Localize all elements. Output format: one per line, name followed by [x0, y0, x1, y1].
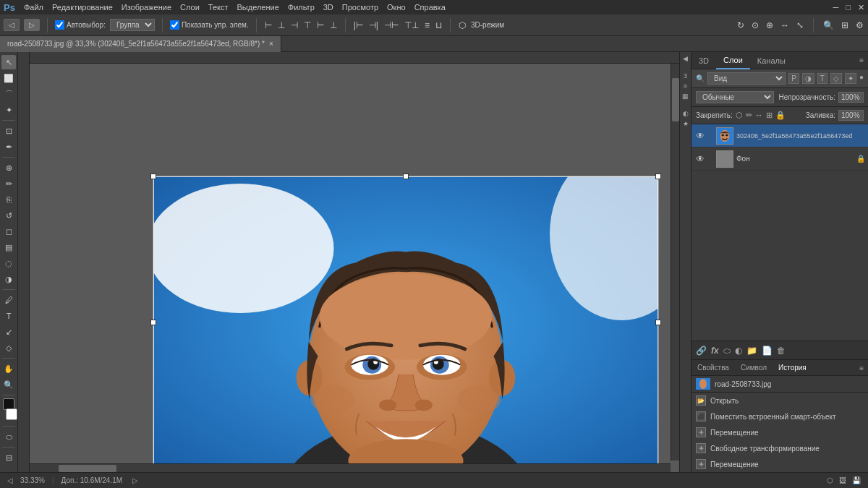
opacity-input[interactable]	[838, 92, 864, 103]
history-brush-tool[interactable]: ↺	[1, 208, 16, 223]
slide-3d-icon[interactable]: ↔	[780, 20, 790, 31]
distribute-top-icon[interactable]: ⊤⊥	[404, 20, 420, 31]
handle-top-right[interactable]	[655, 174, 661, 179]
rotate-3d-icon[interactable]: ↻	[736, 20, 745, 31]
zoom-tool[interactable]: 🔍	[1, 377, 16, 392]
filter-shape-icon[interactable]: ◇	[830, 73, 842, 84]
clone-tool[interactable]: ⎘	[1, 192, 16, 207]
maximize-btn[interactable]: □	[846, 3, 851, 12]
handle-top-left[interactable]	[150, 174, 156, 179]
handle-top-mid[interactable]	[403, 174, 409, 179]
close-btn[interactable]: ✕	[858, 3, 864, 12]
lock-position-icon[interactable]: ↔	[755, 111, 763, 120]
dodge-tool[interactable]: ◑	[1, 272, 16, 286]
delete-layer-icon[interactable]: 🗑	[777, 346, 786, 356]
add-mask-icon[interactable]: ⬭	[723, 346, 731, 356]
group-select[interactable]: Группа	[110, 19, 155, 31]
adjustments-icon[interactable]: ◐	[683, 110, 689, 117]
search-icon[interactable]: 🔍	[822, 20, 835, 31]
crop-tool[interactable]: ⊡	[1, 124, 16, 138]
v-scrollbar[interactable]	[671, 64, 679, 461]
folder-icon[interactable]: 📁	[746, 346, 757, 356]
handle-mid-left[interactable]	[150, 320, 156, 325]
minimize-btn[interactable]: ─	[833, 3, 839, 12]
layer-eye-smart[interactable]: 👁	[694, 130, 706, 142]
menu-3d[interactable]: 3D	[323, 3, 333, 12]
menu-select[interactable]: Выделение	[237, 3, 279, 12]
filter-toggle[interactable]: ●	[859, 73, 864, 84]
v-scroll-thumb[interactable]	[672, 78, 679, 121]
align-left-icon[interactable]: ⊢	[264, 20, 273, 31]
layer-filter-select[interactable]: Вид	[707, 72, 786, 85]
scale-3d-icon[interactable]: ⤡	[796, 20, 804, 31]
bottom-icon-1[interactable]: ⬡	[827, 476, 833, 484]
document-tab[interactable]: road-2508733.jpg @ 33,3% (302406_5e2f1a5…	[0, 36, 281, 52]
lock-transparent-icon[interactable]: ⬡	[736, 111, 743, 120]
brush-tool[interactable]: ✏	[1, 176, 16, 191]
move-tool[interactable]: ↖	[1, 55, 16, 69]
fill-input[interactable]	[838, 110, 864, 121]
history-menu-icon[interactable]: ≡	[859, 364, 868, 372]
link-icon[interactable]: 🔗	[696, 346, 707, 356]
distribute-bottom-icon[interactable]: ⊔	[435, 20, 443, 31]
layer-item-smart[interactable]: 👁 302406_5e2f1a56473a55e2f1a56473ed	[692, 124, 868, 147]
filter-smart-icon[interactable]: ✦	[845, 73, 856, 84]
distribute-center-v-icon[interactable]: ≡	[424, 20, 430, 31]
3d-icon[interactable]: 3	[684, 72, 687, 80]
tab-properties[interactable]: Свойства	[692, 360, 735, 376]
h-scroll-thumb[interactable]	[59, 465, 116, 472]
handle-mid-right[interactable]	[655, 320, 661, 325]
menu-layers[interactable]: Слои	[180, 3, 200, 12]
layer-eye-bg[interactable]: 👁	[694, 153, 706, 165]
lock-artboard-icon[interactable]: ⊞	[766, 111, 773, 120]
bottom-icon-2[interactable]: 🖼	[839, 476, 846, 484]
fx-icon[interactable]: fx	[711, 346, 719, 356]
history-item-0[interactable]: 📂 Открыть	[692, 393, 868, 408]
hand-tool[interactable]: ✋	[1, 361, 16, 376]
filter-pixel-icon[interactable]: P	[788, 73, 799, 84]
tab-layers[interactable]: Слои	[716, 52, 750, 69]
history-item-1[interactable]: ⬛ Поместить встроенный смарт-объект	[692, 408, 868, 424]
distribute-left-icon[interactable]: |⊢	[353, 20, 364, 31]
history-item-4[interactable]: ✛ Перемещение	[692, 456, 868, 472]
history-item-3[interactable]: ✛ Свободное трансформирование	[692, 440, 868, 456]
marquee-tool[interactable]: ⬜	[1, 71, 16, 85]
h-scrollbar[interactable]	[30, 463, 671, 472]
layer-item-bg[interactable]: 👁 Фон 🔒	[692, 147, 868, 171]
show-controls-checkbox[interactable]	[170, 20, 179, 30]
menu-image[interactable]: Изображение	[122, 3, 171, 12]
distribute-center-h-icon[interactable]: ⊣|	[368, 20, 379, 31]
auto-select-checkbox[interactable]	[55, 20, 64, 30]
tab-channels[interactable]: Каналы	[750, 52, 793, 69]
blur-tool[interactable]: ◌	[1, 256, 16, 270]
layers-icon[interactable]: ≡	[684, 82, 687, 90]
menu-help[interactable]: Справка	[414, 3, 446, 12]
path-tool[interactable]: ↙	[1, 325, 16, 339]
menu-edit[interactable]: Редактирование	[52, 3, 113, 12]
align-center-h-icon[interactable]: ⊥	[277, 20, 286, 31]
forward-btn[interactable]: ▷	[24, 19, 40, 31]
pen-tool[interactable]: 🖊	[1, 293, 16, 307]
lasso-tool[interactable]: ⌒	[1, 87, 16, 101]
new-layer-icon[interactable]: 📄	[762, 346, 773, 356]
bottom-icon-3[interactable]: 💾	[852, 476, 861, 484]
quick-mask-tool[interactable]: ⬭	[1, 429, 16, 444]
tab-close-btn[interactable]: ×	[269, 40, 273, 48]
bottom-arrow-right[interactable]: ▷	[132, 476, 138, 484]
eraser-tool[interactable]: ◻	[1, 224, 16, 239]
align-top-icon[interactable]: ⊤	[303, 20, 312, 31]
panel-menu-icon[interactable]: ≡	[859, 56, 864, 64]
tab-history[interactable]: История	[773, 360, 812, 376]
blend-mode-select[interactable]: Обычные	[696, 91, 774, 103]
lock-all-icon[interactable]: 🔒	[775, 111, 786, 120]
screen-mode-tool[interactable]: ⊟	[1, 450, 16, 465]
history-item-2[interactable]: ✛ Перемещение	[692, 424, 868, 440]
collapse-panel-icon[interactable]: ◀	[683, 55, 688, 62]
gear-icon[interactable]: ⚙	[855, 20, 864, 31]
text-tool[interactable]: T	[1, 309, 16, 323]
3d-mode-icon[interactable]: ⬡	[458, 20, 467, 31]
distribute-right-icon[interactable]: ⊣⊢	[383, 20, 399, 31]
magic-wand-tool[interactable]: ✦	[1, 103, 16, 117]
menu-window[interactable]: Окно	[387, 3, 406, 12]
tab-3d[interactable]: 3D	[692, 52, 716, 69]
